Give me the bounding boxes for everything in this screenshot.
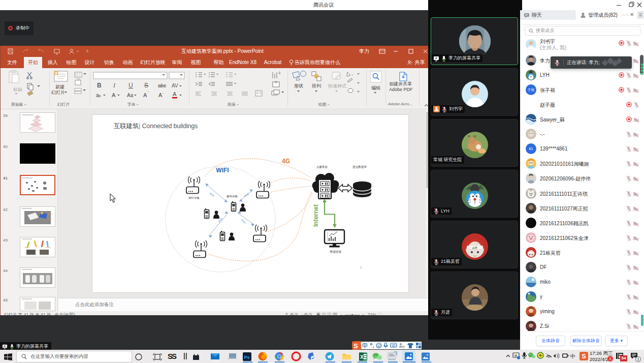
svg-text:排列: 排列 (311, 83, 321, 88)
svg-text:A: A (143, 92, 147, 98)
svg-text:X: X (360, 354, 364, 360)
svg-text:RSSI: RSSI (209, 192, 214, 197)
svg-text:4G: 4G (282, 158, 290, 165)
svg-text:探针设备: 探针设备 (188, 196, 200, 199)
svg-text:I: I (113, 82, 116, 89)
svg-text:A: A (173, 91, 177, 97)
svg-text:A: A (112, 92, 116, 98)
svg-text:数据挖掘: 数据挖掘 (330, 250, 342, 254)
svg-text:Aa: Aa (127, 93, 134, 98)
svg-text:必胜: 必胜 (472, 246, 477, 250)
svg-text:Ps: Ps (244, 355, 250, 360)
svg-text:幻灯片: 幻灯片 (51, 90, 65, 95)
svg-text:快速样式: 快速样式 (328, 83, 346, 88)
svg-text:abc: abc (158, 83, 166, 88)
svg-text:S: S (144, 82, 148, 89)
svg-text:创建并共享: 创建并共享 (389, 81, 412, 86)
svg-text:云服务器: 云服务器 (316, 165, 328, 169)
svg-text:新建: 新建 (55, 84, 65, 89)
svg-text:WIFI: WIFI (216, 167, 229, 174)
svg-text:粘贴: 粘贴 (13, 87, 22, 92)
svg-text:AV: AV (172, 83, 178, 88)
svg-text:ˆ: ˆ (147, 91, 149, 95)
svg-text:1: 1 (360, 266, 362, 269)
svg-text:形状: 形状 (294, 83, 303, 88)
svg-text:U: U (128, 82, 133, 89)
svg-text:A: A (158, 92, 163, 98)
svg-text:SS: SS (168, 352, 177, 360)
svg-text:Adobe PDF: Adobe PDF (389, 87, 413, 92)
svg-text:移动设备: 移动设备 (227, 195, 238, 198)
svg-text:B: B (97, 82, 102, 89)
svg-text:ˇ: ˇ (163, 93, 164, 96)
svg-text:定位数据库: 定位数据库 (352, 165, 367, 169)
svg-text:Internet: Internet (312, 204, 319, 227)
svg-text:编辑: 编辑 (371, 85, 380, 90)
svg-text:ab: ab (96, 93, 101, 98)
svg-text:RSSI: RSSI (241, 219, 246, 224)
svg-text:S: S (353, 342, 358, 350)
